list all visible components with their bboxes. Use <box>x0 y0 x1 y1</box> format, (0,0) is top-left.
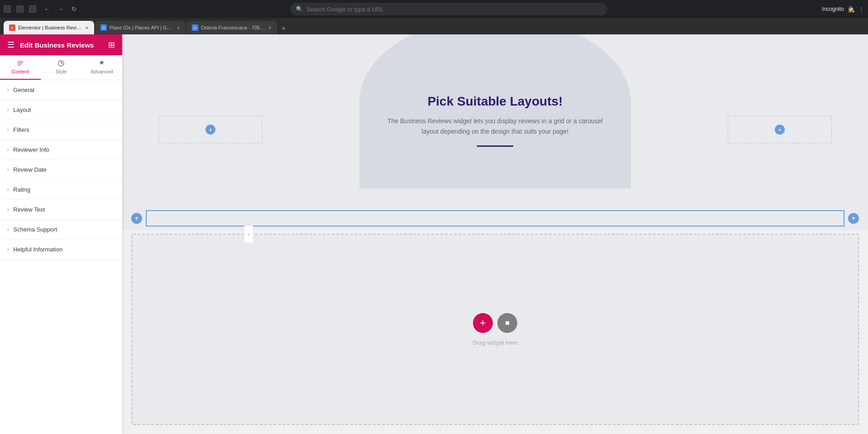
style-tab-icon <box>57 60 65 67</box>
section-label-rating: Rating <box>13 186 30 193</box>
reload-button[interactable]: ↻ <box>69 4 80 14</box>
close-button[interactable] <box>29 5 36 13</box>
section-review-date[interactable]: › Review Date <box>0 160 122 180</box>
section-reviewer-info[interactable]: › Reviewer Info <box>0 140 122 160</box>
restore-button[interactable] <box>16 5 24 13</box>
section-helpful-info[interactable]: › Helpful Information <box>0 240 122 260</box>
sidebar-title: Edit Business Reviews <box>20 41 103 49</box>
drag-action-buttons: + ■ <box>473 313 517 333</box>
canvas-full-layout: + + Pick Suitable Layouts! The Business … <box>122 34 868 434</box>
incognito-label: Incognito <box>822 6 844 12</box>
section-label-review-date: Review Date <box>13 166 47 173</box>
address-input[interactable] <box>306 6 602 13</box>
tabs-bar: E Elementor | Business Reviews ✕ G Place… <box>0 18 868 34</box>
forward-button[interactable]: → <box>55 4 66 14</box>
section-chevron-review-date: › <box>7 167 9 172</box>
canvas-area: + + Pick Suitable Layouts! The Business … <box>122 34 868 434</box>
browser-chrome: ← → ↻ 🔍 Incognito 🕵 ⋮ <box>0 0 868 18</box>
tab-close-places[interactable]: ✕ <box>176 25 180 30</box>
section-chevron-layout: › <box>7 107 9 112</box>
section-chevron-general: › <box>7 87 9 92</box>
section-label-helpful-info: Helpful Information <box>13 246 62 253</box>
elementor-sidebar: ☰ Edit Business Reviews ⊞ Content Style … <box>0 34 122 434</box>
sidebar-header: ☰ Edit Business Reviews ⊞ <box>0 34 122 55</box>
tab-close-osteria[interactable]: ✕ <box>268 25 272 30</box>
section-label-filters: Filters <box>13 126 29 133</box>
add-widget-right-button[interactable]: + <box>848 213 859 224</box>
section-label-general: General <box>13 87 34 93</box>
tab-style[interactable]: Style <box>41 55 81 80</box>
menu-icon[interactable]: ⋮ <box>858 6 864 13</box>
section-review-text[interactable]: › Review Text <box>0 200 122 220</box>
drag-text: Drag widget here <box>473 339 518 346</box>
section-label-schema-support: Schema Support <box>13 226 57 233</box>
sidebar-sections: › General › Layout › Filters › Reviewer … <box>0 80 122 434</box>
section-label-review-text: Review Text <box>13 206 45 213</box>
tab-favicon-places: G <box>100 24 107 31</box>
section-chevron-schema: › <box>7 227 9 232</box>
section-layout[interactable]: › Layout <box>0 100 122 120</box>
tab-elementor[interactable]: E Elementor | Business Reviews ✕ <box>4 21 94 34</box>
hamburger-icon[interactable]: ☰ <box>7 40 14 50</box>
tab-title-osteria: Osteria Francescana - 705 Photo... <box>201 25 265 30</box>
minimize-button[interactable] <box>4 5 11 13</box>
tab-close-elementor[interactable]: ✕ <box>85 25 89 30</box>
add-section-button[interactable]: + <box>473 313 493 333</box>
stop-button[interactable]: ■ <box>497 313 517 333</box>
grid-icon[interactable]: ⊞ <box>108 40 115 50</box>
section-chevron-helpful: › <box>7 247 9 252</box>
new-tab-button[interactable]: + <box>278 24 289 33</box>
content-tab-label: Content <box>12 69 29 74</box>
style-tab-label: Style <box>56 69 67 74</box>
widget-drop-zone[interactable] <box>146 210 844 227</box>
tab-advanced[interactable]: Advanced <box>81 55 122 80</box>
sidebar-tabs: Content Style Advanced <box>0 55 122 80</box>
browser-actions: Incognito 🕵 ⋮ <box>822 6 864 13</box>
tab-places[interactable]: G Place IDs | Places API | Google... ✕ <box>95 21 186 34</box>
tab-osteria[interactable]: G Osteria Francescana - 705 Photo... ✕ <box>186 21 277 34</box>
widget-drop-row: + + <box>122 207 868 230</box>
section-chevron-reviewer: › <box>7 147 9 152</box>
drag-drop-area: + ■ Drag widget here <box>131 234 859 425</box>
advanced-tab-label: Advanced <box>91 69 113 74</box>
section-chevron-review-text: › <box>7 207 9 212</box>
tab-favicon-elementor: E <box>9 24 15 31</box>
widget-divider <box>477 145 513 147</box>
section-general[interactable]: › General <box>0 80 122 100</box>
advanced-tab-icon <box>98 60 105 67</box>
content-tab-icon <box>17 60 24 67</box>
back-button[interactable]: ← <box>42 4 52 14</box>
section-chevron-rating: › <box>7 187 9 192</box>
tab-favicon-osteria: G <box>192 24 198 31</box>
section-schema-support[interactable]: › Schema Support <box>0 220 122 240</box>
browser-nav: ← → ↻ <box>42 4 80 14</box>
tab-content[interactable]: Content <box>0 55 41 80</box>
section-label-reviewer-info: Reviewer Info <box>13 146 49 153</box>
widget-description: The Business Reviews widget lets you dis… <box>382 116 608 136</box>
section-rating[interactable]: › Rating <box>0 180 122 200</box>
globe-icon: 🔍 <box>296 6 303 12</box>
tab-title-places: Place IDs | Places API | Google... <box>110 25 174 30</box>
canvas-top-section: + + Pick Suitable Layouts! The Business … <box>122 34 868 207</box>
incognito-icon: 🕵 <box>848 6 855 13</box>
app-layout: ☰ Edit Business Reviews ⊞ Content Style … <box>0 34 868 434</box>
tab-title-elementor: Elementor | Business Reviews <box>18 25 82 30</box>
sidebar-collapse-button[interactable]: ‹ <box>244 225 253 243</box>
canvas-widget-content: Pick Suitable Layouts! The Business Revi… <box>122 34 868 207</box>
section-chevron-filters: › <box>7 127 9 132</box>
window-controls <box>4 5 36 13</box>
add-widget-left-button[interactable]: + <box>131 213 142 224</box>
widget-title: Pick Suitable Layouts! <box>428 94 563 109</box>
section-label-layout: Layout <box>13 106 31 113</box>
address-bar[interactable]: 🔍 <box>291 3 607 15</box>
section-filters[interactable]: › Filters <box>0 120 122 140</box>
